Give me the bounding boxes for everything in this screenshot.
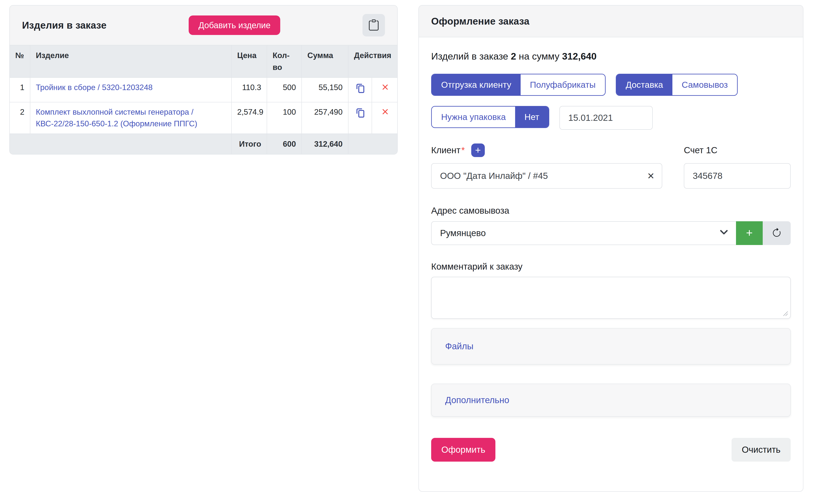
order-panel-header: Оформление заказа: [419, 6, 803, 37]
copy-icon: [355, 91, 365, 95]
clear-order-button[interactable]: Очистить: [732, 438, 791, 462]
additional-section-toggle[interactable]: Дополнительно: [431, 384, 791, 417]
client-label-row: Клиент* +: [431, 143, 662, 157]
row-sum: 55,150: [302, 78, 348, 102]
clear-client-button[interactable]: ✕: [647, 171, 655, 181]
toggle-shipment-client[interactable]: Отгрузка клиенту: [432, 74, 521, 95]
toggle-row-packaging: Нужна упаковка Нет: [431, 106, 791, 130]
comment-label: Комментарий к заказу: [431, 262, 791, 272]
products-table: № Изделие Цена Кол-во Сумма Действия 1 Т…: [10, 45, 398, 154]
delete-icon: [381, 113, 389, 116]
row-qty: 100: [267, 102, 302, 134]
delete-product-button[interactable]: [381, 108, 389, 116]
order-panel: Оформление заказа Изделий в заказе 2 на …: [418, 5, 803, 492]
products-panel-header: Изделия в заказе Добавить изделие: [10, 6, 397, 45]
summary-count: 2: [511, 51, 516, 62]
table-row: 1 Тройник в сборе / 5320-1203248 110.3 5…: [10, 78, 398, 102]
delivery-toggle: Доставка Самовывоз: [616, 74, 738, 96]
products-panel: Изделия в заказе Добавить изделие №: [9, 5, 398, 155]
summary-prefix: Изделий в заказе: [431, 51, 508, 62]
toggle-packaging-no[interactable]: Нет: [515, 107, 549, 127]
invoice-label-row: Счет 1С: [684, 143, 791, 157]
page: Изделия в заказе Добавить изделие №: [0, 0, 814, 492]
order-panel-body: Изделий в заказе 2 на сумму 312,640 Отгр…: [419, 37, 803, 491]
copy-icon: [355, 116, 365, 119]
row-price: 110.3: [231, 78, 267, 102]
row-number: 1: [10, 78, 30, 102]
copy-product-button[interactable]: [355, 107, 365, 118]
product-link[interactable]: Комплект выхлопной системы генератора / …: [36, 108, 197, 128]
copy-product-button[interactable]: [355, 82, 365, 94]
clear-icon: ✕: [647, 171, 655, 181]
table-footer-row: Итого 600 312,640: [10, 134, 398, 154]
toggle-semifinished[interactable]: Полуфабрикаты: [521, 74, 605, 95]
header-actions: Действия: [348, 45, 398, 78]
files-section-label: Файлы: [445, 341, 473, 351]
toggle-row-shipment: Отгрузка клиенту Полуфабрикаты Доставка …: [431, 74, 791, 96]
client-label: Клиент: [431, 145, 460, 155]
comment-textarea[interactable]: [431, 277, 791, 319]
header-product: Изделие: [30, 45, 231, 78]
refresh-addresses-button[interactable]: [763, 221, 791, 245]
header-price: Цена: [231, 45, 267, 78]
total-label: Итого: [231, 134, 267, 154]
row-price: 2,574.9: [231, 102, 267, 134]
table-header-row: № Изделие Цена Кол-во Сумма Действия: [10, 45, 398, 78]
pickup-address-group: Румянцево +: [431, 221, 791, 245]
header-sum: Сумма: [302, 45, 348, 78]
order-summary: Изделий в заказе 2 на сумму 312,640: [431, 51, 791, 62]
add-product-button[interactable]: Добавить изделие: [189, 15, 280, 35]
delete-product-button[interactable]: [381, 83, 389, 91]
client-invoice-row: Клиент* + ✕ Счет 1С: [431, 143, 791, 189]
client-field: Клиент* + ✕: [431, 143, 662, 189]
resize-handle-icon[interactable]: [783, 311, 788, 316]
plus-icon: +: [475, 145, 481, 155]
chevron-down-icon: [719, 228, 728, 239]
pickup-address-value: Румянцево: [440, 228, 486, 238]
invoice-field: Счет 1С: [684, 143, 791, 189]
invoice-input[interactable]: [684, 163, 791, 189]
shipment-toggle: Отгрузка клиенту Полуфабрикаты: [431, 74, 606, 96]
pickup-address-label: Адрес самовывоза: [431, 206, 791, 216]
toggle-packaging-needed[interactable]: Нужна упаковка: [432, 107, 515, 127]
table-row: 2 Комплект выхлопной системы генератора …: [10, 102, 398, 134]
invoice-label: Счет 1С: [684, 145, 717, 155]
add-address-button[interactable]: +: [736, 221, 763, 245]
comment-textarea-wrap: [431, 277, 791, 319]
header-qty: Кол-во: [267, 45, 302, 78]
row-sum: 257,490: [302, 102, 348, 134]
plus-icon: +: [746, 226, 753, 239]
summary-total: 312,640: [562, 51, 597, 62]
products-panel-title: Изделия в заказе: [22, 19, 107, 31]
client-input[interactable]: [431, 163, 662, 189]
row-qty: 500: [267, 78, 302, 102]
date-input[interactable]: [559, 106, 653, 130]
required-asterisk: *: [461, 145, 465, 155]
order-panel-title: Оформление заказа: [431, 15, 530, 27]
summary-infix: на сумму: [519, 51, 559, 62]
add-client-button[interactable]: +: [471, 143, 485, 157]
pickup-address-select[interactable]: Румянцево: [431, 221, 736, 245]
files-section-toggle[interactable]: Файлы: [431, 328, 791, 365]
product-link[interactable]: Тройник в сборе / 5320-1203248: [36, 83, 153, 92]
toggle-delivery[interactable]: Доставка: [616, 74, 672, 95]
header-num: №: [10, 45, 30, 78]
refresh-icon: [772, 228, 782, 239]
delete-icon: [381, 88, 389, 92]
total-qty: 600: [267, 134, 302, 154]
additional-section-label: Дополнительно: [445, 395, 509, 405]
row-number: 2: [10, 102, 30, 134]
order-actions-row: Оформить Очистить: [431, 438, 791, 462]
client-input-wrap: ✕: [431, 163, 662, 189]
total-sum: 312,640: [302, 134, 348, 154]
submit-order-button[interactable]: Оформить: [431, 438, 495, 462]
packaging-toggle: Нужна упаковка Нет: [431, 106, 549, 128]
toggle-pickup[interactable]: Самовывоз: [672, 74, 737, 95]
clipboard-icon: [368, 19, 379, 31]
clipboard-button[interactable]: [362, 14, 385, 36]
